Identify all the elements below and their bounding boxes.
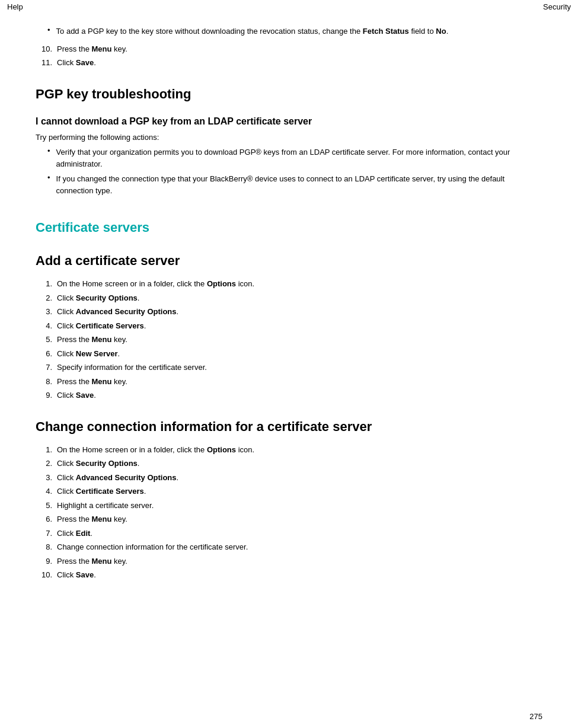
change-step-9-text: Press the Menu key. <box>57 555 127 567</box>
change-step-5-num: 5. <box>36 500 57 512</box>
add-step-3: 3. Click Advanced Security Options. <box>36 306 542 318</box>
step-11-num: 11. <box>36 57 57 69</box>
change-step-3-text: Click Advanced Security Options. <box>57 472 178 484</box>
add-step-7: 7. Specify information for the certifica… <box>36 362 542 373</box>
add-step-6-num: 6. <box>36 348 57 360</box>
change-step-4-num: 4. <box>36 486 57 497</box>
intro-bullet-section: • To add a PGP key to the key store with… <box>36 25 542 37</box>
change-step-7-num: 7. <box>36 528 57 539</box>
add-step-6-text: Click New Server. <box>57 348 120 360</box>
bullet-dot-2: • <box>47 173 50 196</box>
change-step-7-text: Click Edit. <box>57 528 92 539</box>
header-security-label: Security <box>543 2 571 11</box>
step-10-text: Press the Menu key. <box>57 43 127 55</box>
change-step-3: 3. Click Advanced Security Options. <box>36 472 542 484</box>
change-step-7: 7. Click Edit. <box>36 528 542 539</box>
add-step-6: 6. Click New Server. <box>36 348 542 360</box>
pgp-troubleshooting-heading: PGP key troubleshooting <box>36 87 542 102</box>
add-step-9-num: 9. <box>36 389 57 401</box>
add-step-2: 2. Click Security Options. <box>36 292 542 304</box>
change-step-5: 5. Highlight a certificate server. <box>36 500 542 512</box>
add-step-1-num: 1. <box>36 278 57 290</box>
change-step-10-text: Click Save. <box>57 569 96 581</box>
add-server-heading: Add a certificate server <box>36 253 542 269</box>
certificate-servers-section: Certificate servers Add a certificate se… <box>36 220 542 581</box>
change-step-5-text: Highlight a certificate server. <box>57 500 154 512</box>
add-step-9-text: Click Save. <box>57 389 96 401</box>
add-step-7-text: Specify information for the certificate … <box>57 362 207 373</box>
add-step-8: 8. Press the Menu key. <box>36 376 542 388</box>
add-step-3-text: Click Advanced Security Options. <box>57 306 178 318</box>
add-step-1-text: On the Home screen or in a folder, click… <box>57 278 254 290</box>
add-step-3-num: 3. <box>36 306 57 318</box>
add-step-2-text: Click Security Options. <box>57 292 139 304</box>
add-step-4-num: 4. <box>36 320 57 332</box>
add-step-5-num: 5. <box>36 334 57 346</box>
change-step-8: 8. Change connection information for the… <box>36 541 542 553</box>
change-step-6: 6. Press the Menu key. <box>36 513 542 525</box>
add-step-4-text: Click Certificate Servers. <box>57 320 146 332</box>
change-step-4-text: Click Certificate Servers. <box>57 486 146 497</box>
add-step-9: 9. Click Save. <box>36 389 542 401</box>
pgp-intro-text: Try performing the following actions: <box>36 132 542 143</box>
bullet-text: To add a PGP key to the key store withou… <box>56 25 449 37</box>
main-content: • To add a PGP key to the key store with… <box>0 14 578 607</box>
change-step-8-text: Change connection information for the ce… <box>57 541 248 553</box>
pgp-bullet-1-text: Verify that your organization permits yo… <box>56 146 542 170</box>
steps-10-11: 10. Press the Menu key. 11. Click Save. <box>36 43 542 69</box>
add-step-5: 5. Press the Menu key. <box>36 334 542 346</box>
pgp-bullet-2-text: If you changed the connection type that … <box>56 173 542 196</box>
add-step-4: 4. Click Certificate Servers. <box>36 320 542 332</box>
add-step-8-text: Press the Menu key. <box>57 376 127 388</box>
bullet-dot: • <box>47 25 50 37</box>
change-step-1: 1. On the Home screen or in a folder, cl… <box>36 444 542 456</box>
change-step-2-text: Click Security Options. <box>57 458 139 470</box>
bullet-dot-1: • <box>47 146 50 170</box>
change-step-10: 10. Click Save. <box>36 569 542 581</box>
step-11: 11. Click Save. <box>36 57 542 69</box>
bullet-item: • To add a PGP key to the key store with… <box>36 25 542 37</box>
change-connection-steps: 1. On the Home screen or in a folder, cl… <box>36 444 542 581</box>
header-help-label: Help <box>7 2 23 11</box>
step-10: 10. Press the Menu key. <box>36 43 542 55</box>
change-step-2-num: 2. <box>36 458 57 470</box>
change-step-8-num: 8. <box>36 541 57 553</box>
change-connection-heading: Change connection information for a cert… <box>36 419 542 435</box>
page-header: Help Security <box>0 0 578 14</box>
change-step-1-num: 1. <box>36 444 57 456</box>
pgp-subheading: I cannot download a PGP key from an LDAP… <box>36 116 542 127</box>
pgp-bullet-2: • If you changed the connection type tha… <box>36 173 542 196</box>
change-step-9-num: 9. <box>36 555 57 567</box>
page-number: 275 <box>529 712 542 721</box>
pgp-troubleshooting-section: PGP key troubleshooting I cannot downloa… <box>36 87 542 197</box>
change-connection-section: Change connection information for a cert… <box>36 419 542 581</box>
add-step-1: 1. On the Home screen or in a folder, cl… <box>36 278 542 290</box>
add-step-2-num: 2. <box>36 292 57 304</box>
step-10-num: 10. <box>36 43 57 55</box>
change-step-4: 4. Click Certificate Servers. <box>36 486 542 497</box>
change-step-9: 9. Press the Menu key. <box>36 555 542 567</box>
pgp-bullet-1: • Verify that your organization permits … <box>36 146 542 170</box>
step-11-text: Click Save. <box>57 57 96 69</box>
change-step-10-num: 10. <box>36 569 57 581</box>
add-step-7-num: 7. <box>36 362 57 373</box>
change-step-1-text: On the Home screen or in a folder, click… <box>57 444 254 456</box>
page-footer: 275 <box>529 712 542 721</box>
add-step-8-num: 8. <box>36 376 57 388</box>
change-step-2: 2. Click Security Options. <box>36 458 542 470</box>
change-step-6-text: Press the Menu key. <box>57 513 127 525</box>
add-server-steps: 1. On the Home screen or in a folder, cl… <box>36 278 542 401</box>
change-step-6-num: 6. <box>36 513 57 525</box>
change-step-3-num: 3. <box>36 472 57 484</box>
certificate-servers-heading: Certificate servers <box>36 220 542 235</box>
add-step-5-text: Press the Menu key. <box>57 334 127 346</box>
